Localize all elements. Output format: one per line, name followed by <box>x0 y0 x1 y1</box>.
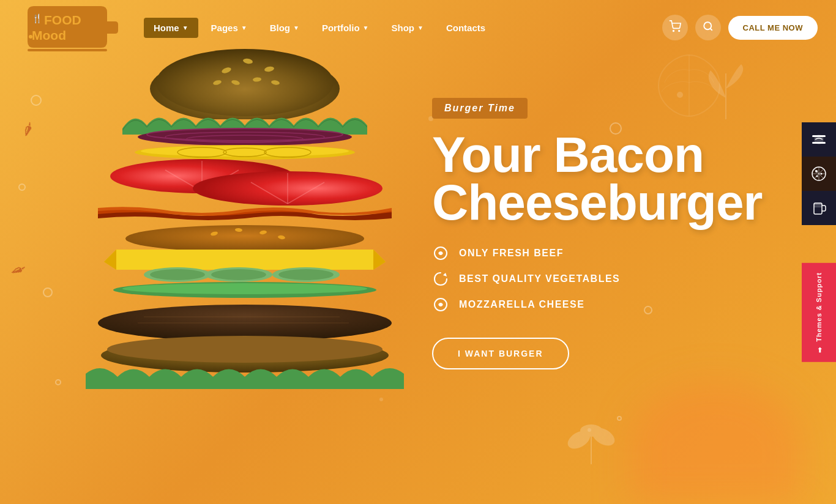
burger-time-badge: Burger Time <box>432 98 528 119</box>
hero-title: Your Bacon Cheeseburger <box>432 131 799 226</box>
svg-point-37 <box>211 269 266 280</box>
svg-point-65 <box>821 173 823 175</box>
main-nav: Home ▼ Pages ▼ Blog ▼ Portfolio ▼ Shop ▼… <box>144 18 662 38</box>
chili-decoration-1: 🌶 <box>19 120 37 139</box>
svg-point-46 <box>107 336 383 363</box>
svg-rect-51 <box>28 49 107 51</box>
svg-point-56 <box>673 31 674 32</box>
svg-point-48 <box>439 251 442 255</box>
chevron-down-icon-pages: ▼ <box>241 24 247 31</box>
cta-button[interactable]: I WANT BURGER <box>432 338 569 369</box>
chevron-down-icon-blog: ▼ <box>293 24 299 31</box>
nav-label-contacts: Contacts <box>446 23 485 33</box>
sidebar-burger-icon[interactable] <box>802 122 836 157</box>
hero-title-line2: Cheeseburger <box>432 174 762 230</box>
nav-item-pages[interactable]: Pages ▼ <box>201 18 257 38</box>
nav-label-pages: Pages <box>211 23 238 33</box>
themes-support-button[interactable]: ➡ Themes & Support <box>802 263 836 362</box>
nav-item-portfolio[interactable]: Portfolio ▼ <box>312 18 379 38</box>
svg-point-39 <box>278 269 334 280</box>
nav-item-home[interactable]: Home ▼ <box>144 18 198 38</box>
svg-point-55 <box>29 35 32 39</box>
feature-icon-2 <box>432 270 449 287</box>
svg-point-58 <box>704 22 711 29</box>
herb-decoration <box>561 418 622 467</box>
themes-support-label: Themes & Support <box>815 272 823 342</box>
hero-features-list: Only Fresh Beef Best Quality Vegetables <box>432 245 799 313</box>
feature-item-3: Mozzarella Cheese <box>432 296 799 313</box>
search-icon <box>703 21 714 34</box>
header-right: CALL ME NOW <box>662 15 818 40</box>
chevron-down-icon-home: ▼ <box>182 24 188 31</box>
svg-point-35 <box>150 269 205 280</box>
feature-item-1: Only Fresh Beef <box>432 245 799 262</box>
hero-content: Burger Time Your Bacon Cheeseburger Only… <box>432 98 799 369</box>
svg-text:FOOD: FOOD <box>44 13 81 27</box>
cart-icon <box>669 20 681 35</box>
lettuce-bottom-layer <box>73 361 416 389</box>
chevron-down-icon-portfolio: ▼ <box>363 24 369 31</box>
glow-decoration <box>630 382 802 504</box>
svg-point-57 <box>678 31 679 32</box>
nav-label-home: Home <box>154 23 179 33</box>
feature-text-3: Mozzarella Cheese <box>459 299 584 310</box>
header: 🍴 FOOD Mood Home ▼ Pages ▼ Blog ▼ <box>0 0 836 55</box>
svg-point-2 <box>580 424 602 437</box>
nav-label-blog: Blog <box>270 23 290 33</box>
svg-text:🍴: 🍴 <box>32 13 43 24</box>
logo-container[interactable]: 🍴 FOOD Mood <box>18 0 119 55</box>
svg-point-66 <box>816 176 818 177</box>
feature-icon-1 <box>432 245 449 262</box>
feature-icon-3 <box>432 296 449 313</box>
right-sidebar <box>802 122 836 225</box>
search-button[interactable] <box>695 15 721 40</box>
burger-stack <box>73 46 416 504</box>
call-now-button[interactable]: CALL ME NOW <box>728 16 818 40</box>
svg-point-50 <box>439 303 442 306</box>
chevron-down-icon-shop: ▼ <box>417 24 424 31</box>
svg-rect-69 <box>814 203 822 206</box>
feature-item-2: Best Quality Vegetables <box>432 270 799 287</box>
feature-text-2: Best Quality Vegetables <box>459 273 620 284</box>
svg-point-17 <box>141 146 349 157</box>
nav-label-shop: Shop <box>392 23 415 33</box>
svg-line-59 <box>710 28 712 30</box>
deco-circle-2 <box>18 183 26 191</box>
feature-text-1: Only Fresh Beef <box>459 248 564 259</box>
svg-rect-62 <box>812 142 826 144</box>
nav-item-blog[interactable]: Blog ▼ <box>260 18 309 38</box>
nav-item-contacts[interactable]: Contacts <box>436 18 495 38</box>
nav-label-portfolio: Portfolio <box>322 23 360 33</box>
burger-image <box>37 37 453 504</box>
nav-item-shop[interactable]: Shop ▼ <box>382 18 433 38</box>
chili-decoration-2: 🌶 <box>10 261 27 278</box>
svg-text:Mood: Mood <box>32 28 66 42</box>
svg-point-41 <box>122 283 367 294</box>
sidebar-pizza-icon[interactable] <box>802 157 836 191</box>
sidebar-beer-icon[interactable] <box>802 191 836 225</box>
logo-svg: 🍴 FOOD Mood <box>18 0 119 55</box>
themes-support-icon: ➡ <box>815 347 823 353</box>
hero-section: 🌶 🌶 <box>0 0 836 504</box>
svg-point-64 <box>815 170 818 172</box>
cart-button[interactable] <box>662 15 688 40</box>
tomato-layer <box>73 158 416 207</box>
